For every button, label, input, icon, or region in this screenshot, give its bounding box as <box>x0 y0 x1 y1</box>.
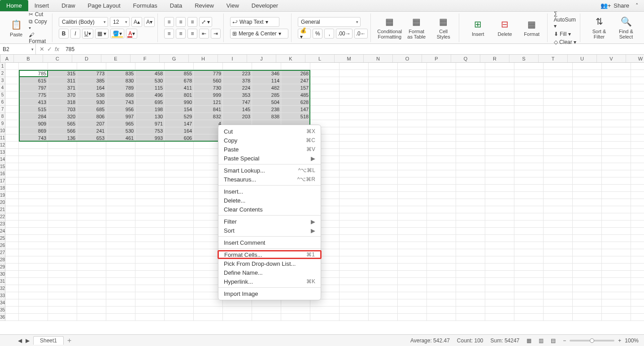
cell-F14[interactable] <box>135 156 165 163</box>
cell-C10[interactable]: 566 <box>48 127 77 134</box>
cell-F9[interactable]: 971 <box>135 120 165 127</box>
cell-E12[interactable] <box>106 142 135 149</box>
cell-W14[interactable] <box>631 156 644 163</box>
cell-U16[interactable] <box>573 170 602 177</box>
cell-S8[interactable] <box>514 113 544 120</box>
cell-F21[interactable] <box>135 206 165 213</box>
cell-E18[interactable] <box>106 185 135 192</box>
cell-L1[interactable] <box>310 63 339 70</box>
cell-U22[interactable] <box>573 213 602 221</box>
cell-B32[interactable] <box>19 285 48 292</box>
cell-Q24[interactable] <box>456 228 485 235</box>
cell-U1[interactable] <box>573 63 602 70</box>
cell-G18[interactable] <box>165 185 194 192</box>
cell-D15[interactable] <box>77 163 106 170</box>
cell-G11[interactable]: 606 <box>165 134 194 142</box>
row-head-1[interactable]: 1 <box>0 63 5 70</box>
cell-O11[interactable] <box>398 134 427 142</box>
cell-C11[interactable]: 136 <box>48 134 77 142</box>
cell-V8[interactable] <box>602 113 631 120</box>
cell-A36[interactable] <box>5 314 19 321</box>
cell-R26[interactable] <box>485 242 514 249</box>
insert-cells-button[interactable]: ⊞Insert <box>466 13 491 41</box>
cell-A2[interactable] <box>5 70 19 77</box>
cell-B33[interactable] <box>19 292 48 299</box>
cell-W35[interactable] <box>631 307 644 314</box>
align-left-button[interactable]: ≡ <box>164 29 174 39</box>
cell-A20[interactable] <box>5 199 19 206</box>
delete-cells-button[interactable]: ⊟Delete <box>492 13 518 41</box>
cell-E24[interactable] <box>106 228 135 235</box>
cell-D7[interactable]: 685 <box>77 106 106 113</box>
cell-A31[interactable] <box>5 278 19 285</box>
cell-P23[interactable] <box>427 221 456 228</box>
cell-W7[interactable] <box>631 106 644 113</box>
cell-S4[interactable] <box>514 84 544 91</box>
cell-D29[interactable] <box>77 264 106 271</box>
cell-S11[interactable] <box>514 134 544 142</box>
cell-V35[interactable] <box>602 307 631 314</box>
row-head-22[interactable]: 22 <box>0 213 5 221</box>
cell-E10[interactable]: 530 <box>106 127 135 134</box>
cell-C19[interactable] <box>48 192 77 199</box>
ctx-format-cells-[interactable]: Format Cells...⌘1 <box>218 250 322 259</box>
cell-A9[interactable] <box>5 120 19 127</box>
cell-E2[interactable]: 835 <box>106 70 135 77</box>
cell-C29[interactable] <box>48 264 77 271</box>
cell-D8[interactable]: 806 <box>77 113 106 120</box>
cell-O26[interactable] <box>398 242 427 249</box>
cell-A24[interactable] <box>5 228 19 235</box>
cell-W10[interactable] <box>631 127 644 134</box>
cell-K36[interactable] <box>281 314 310 321</box>
cell-H2[interactable]: 779 <box>194 70 223 77</box>
cell-T11[interactable] <box>544 134 573 142</box>
cell-E32[interactable] <box>106 285 135 292</box>
cell-D36[interactable] <box>77 314 106 321</box>
row-head-36[interactable]: 36 <box>0 314 5 321</box>
cell-W22[interactable] <box>631 213 644 221</box>
cell-U7[interactable] <box>573 106 602 113</box>
cell-J5[interactable]: 285 <box>252 91 281 99</box>
cell-Q12[interactable] <box>456 142 485 149</box>
cell-M8[interactable] <box>339 113 369 120</box>
cell-Q36[interactable] <box>456 314 485 321</box>
cell-K8[interactable]: 518 <box>281 113 310 120</box>
cell-G6[interactable]: 990 <box>165 99 194 106</box>
cell-Q26[interactable] <box>456 242 485 249</box>
cell-N9[interactable] <box>369 120 398 127</box>
cell-P30[interactable] <box>427 271 456 278</box>
cell-K1[interactable] <box>281 63 310 70</box>
cell-D14[interactable] <box>77 156 106 163</box>
row-head-5[interactable]: 5 <box>0 91 5 99</box>
row-head-25[interactable]: 25 <box>0 235 5 242</box>
cell-K7[interactable]: 147 <box>281 106 310 113</box>
cell-S27[interactable] <box>514 249 544 256</box>
cell-R27[interactable] <box>485 249 514 256</box>
cell-K6[interactable]: 628 <box>281 99 310 106</box>
ribbon-tab-review[interactable]: Review <box>188 0 220 11</box>
cell-U31[interactable] <box>573 278 602 285</box>
row-head-26[interactable]: 26 <box>0 242 5 249</box>
cell-O2[interactable] <box>398 70 427 77</box>
cut-button[interactable]: ✂ Cut <box>29 11 49 17</box>
cell-T17[interactable] <box>544 177 573 185</box>
cell-W12[interactable] <box>631 142 644 149</box>
cell-B29[interactable] <box>19 264 48 271</box>
cell-N18[interactable] <box>369 185 398 192</box>
cell-R14[interactable] <box>485 156 514 163</box>
cell-I8[interactable]: 203 <box>223 113 252 120</box>
col-head-K[interactable]: K <box>276 55 305 62</box>
sheet-tab[interactable]: Sheet1 <box>33 336 64 345</box>
cell-F10[interactable]: 753 <box>135 127 165 134</box>
cell-F15[interactable] <box>135 163 165 170</box>
cell-C12[interactable] <box>48 142 77 149</box>
cell-C2[interactable]: 315 <box>48 70 77 77</box>
cell-A26[interactable] <box>5 242 19 249</box>
cell-U17[interactable] <box>573 177 602 185</box>
format-painter-button[interactable]: 🖌 Format <box>29 32 49 44</box>
cell-V30[interactable] <box>602 271 631 278</box>
cell-S28[interactable] <box>514 256 544 264</box>
cell-N21[interactable] <box>369 206 398 213</box>
cell-F27[interactable] <box>135 249 165 256</box>
cell-N8[interactable] <box>369 113 398 120</box>
